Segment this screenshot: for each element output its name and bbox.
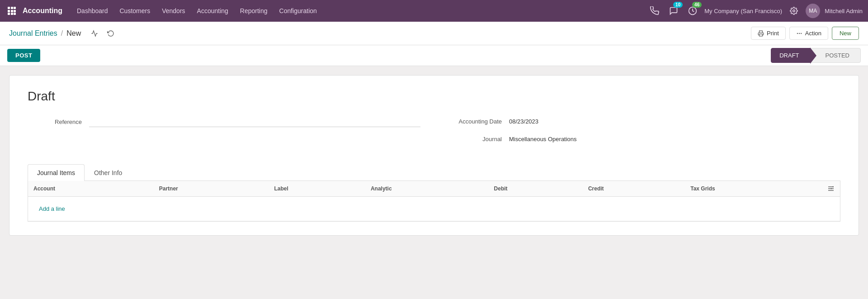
breadcrumb-icons — [88, 27, 117, 40]
journal-label: Journal — [448, 136, 502, 142]
breadcrumb-separator: / — [61, 29, 63, 38]
svg-rect-8 — [14, 13, 16, 15]
svg-rect-6 — [8, 13, 10, 15]
new-button[interactable]: New — [832, 27, 859, 40]
top-navigation: Accounting Dashboard Customers Vendors A… — [0, 0, 868, 22]
journal-table-section: Account Partner Label Analytic Debit Cre… — [28, 181, 840, 222]
reference-field: Reference — [28, 116, 420, 127]
status-bar: POST DRAFT POSTED — [0, 45, 868, 66]
col-analytic[interactable]: Analytic — [365, 181, 489, 197]
col-debit[interactable]: Debit — [489, 181, 583, 197]
status-steps: DRAFT POSTED — [771, 48, 861, 63]
nav-configuration[interactable]: Configuration — [274, 5, 322, 17]
status-posted[interactable]: POSTED — [811, 48, 861, 63]
activity-badge: 46 — [692, 2, 702, 8]
add-line-button[interactable]: Add a line — [33, 201, 71, 217]
breadcrumb-current: New — [66, 29, 81, 38]
nav-reporting[interactable]: Reporting — [235, 5, 273, 17]
svg-rect-2 — [14, 7, 16, 9]
breadcrumb-left: Journal Entries / New — [9, 27, 117, 40]
messages-badge: 10 — [673, 2, 683, 8]
col-credit[interactable]: Credit — [583, 181, 685, 197]
reference-input[interactable] — [89, 116, 420, 127]
nav-right-section: 10 46 My Company (San Francisco) MA Mitc… — [647, 4, 863, 18]
new-label: New — [840, 30, 851, 37]
column-toggle-icon[interactable] — [827, 185, 835, 192]
avatar[interactable]: MA — [806, 4, 820, 18]
post-button[interactable]: POST — [7, 49, 40, 62]
brand-name[interactable]: Accounting — [23, 7, 62, 15]
form-fields: Reference Accounting Date 08/23/2023 Jou… — [28, 116, 840, 152]
svg-rect-0 — [8, 7, 10, 9]
journal-value[interactable]: Miscellaneous Operations — [509, 134, 577, 144]
svg-rect-4 — [11, 10, 13, 12]
discard-icon[interactable] — [104, 27, 117, 40]
col-account[interactable]: Account — [28, 181, 154, 197]
action-label: Action — [805, 30, 821, 37]
svg-rect-10 — [760, 34, 763, 36]
phone-icon[interactable] — [647, 4, 662, 18]
nav-vendors[interactable]: Vendors — [156, 5, 190, 17]
svg-point-12 — [801, 33, 801, 33]
breadcrumb-bar: Journal Entries / New Print — [0, 22, 868, 45]
form-card: Draft Reference Accounting Date 08/23/20… — [9, 75, 859, 236]
main-menu: Dashboard Customers Vendors Accounting R… — [71, 5, 646, 17]
main-content: Draft Reference Accounting Date 08/23/20… — [0, 66, 868, 299]
nav-customers[interactable]: Customers — [114, 5, 156, 17]
print-button[interactable]: Print — [751, 27, 786, 40]
table-header-row: Account Partner Label Analytic Debit Cre… — [28, 181, 840, 197]
svg-point-11 — [799, 33, 799, 33]
accounting-date-label: Accounting Date — [448, 118, 502, 125]
nav-dashboard[interactable]: Dashboard — [71, 5, 113, 17]
form-right: Accounting Date 08/23/2023 Journal Misce… — [448, 116, 840, 152]
accounting-date-field: Accounting Date 08/23/2023 — [448, 116, 840, 127]
activity-icon[interactable]: 46 — [685, 4, 700, 18]
svg-rect-3 — [8, 10, 10, 12]
col-partner[interactable]: Partner — [154, 181, 269, 197]
form-left: Reference — [28, 116, 420, 134]
action-button[interactable]: Action — [789, 27, 828, 40]
user-name[interactable]: Mitchell Admin — [825, 8, 863, 14]
status-draft[interactable]: DRAFT — [771, 48, 810, 63]
form-title: Draft — [28, 89, 840, 104]
breadcrumb-right: Print Action New — [751, 27, 859, 40]
company-name[interactable]: My Company (San Francisco) — [704, 8, 782, 14]
messages-icon[interactable]: 10 — [666, 4, 681, 18]
reference-label: Reference — [28, 119, 82, 125]
svg-rect-5 — [14, 10, 16, 12]
col-label[interactable]: Label — [269, 181, 365, 197]
table-body: Add a line — [28, 197, 840, 221]
svg-point-13 — [797, 33, 797, 33]
apps-icon[interactable] — [5, 5, 18, 17]
cloud-save-icon[interactable] — [88, 27, 101, 40]
breadcrumb-parent[interactable]: Journal Entries — [9, 29, 57, 38]
nav-accounting[interactable]: Accounting — [192, 5, 234, 17]
settings-icon[interactable] — [787, 4, 801, 18]
svg-rect-1 — [11, 7, 13, 9]
journal-field: Journal Miscellaneous Operations — [448, 134, 840, 144]
svg-rect-7 — [11, 13, 13, 15]
tabs: Journal Items Other Info — [28, 164, 840, 181]
journal-table: Account Partner Label Analytic Debit Cre… — [28, 181, 840, 221]
print-label: Print — [767, 30, 779, 37]
accounting-date-value[interactable]: 08/23/2023 — [509, 116, 538, 127]
add-line-row: Add a line — [28, 197, 840, 221]
col-tax-grids[interactable]: Tax Grids — [685, 181, 822, 197]
tab-other-info[interactable]: Other Info — [85, 164, 132, 181]
tab-journal-items[interactable]: Journal Items — [28, 164, 85, 181]
